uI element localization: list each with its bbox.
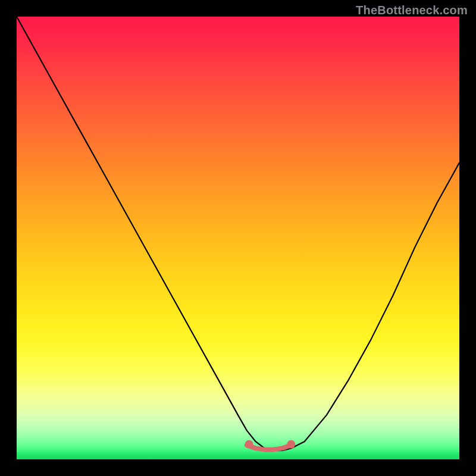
- main-curve: [17, 17, 459, 450]
- bottom-segment: [247, 445, 291, 449]
- chart-svg: [17, 17, 459, 459]
- marker-dot-right: [287, 440, 295, 449]
- marker-dot-left: [245, 440, 253, 449]
- watermark-text: TheBottleneck.com: [356, 4, 468, 17]
- chart-frame: TheBottleneck.com: [0, 0, 476, 476]
- plot-area: [17, 17, 459, 459]
